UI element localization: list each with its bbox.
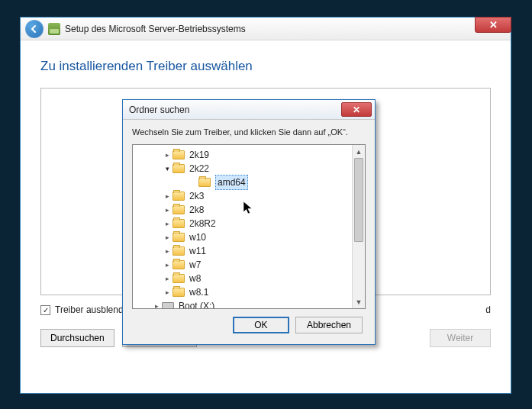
folder-icon	[172, 219, 185, 228]
cancel-button[interactable]: Abbrechen	[295, 317, 363, 333]
chevron-right-icon[interactable]: ▸	[162, 217, 172, 230]
folder-icon	[172, 233, 185, 242]
trailing-text: d	[485, 304, 491, 315]
tree-item-label: 2k8	[189, 203, 204, 217]
window-title: Setup des Microsoft Server-Betriebssyste…	[65, 24, 246, 34]
folder-icon	[172, 288, 185, 297]
tree-item-label: w8.1	[189, 285, 208, 299]
folder-icon	[172, 274, 185, 283]
chevron-down-icon[interactable]: ▾	[162, 162, 172, 176]
dialog-instruction: Wechseln Sie zum Treiber, und klicken Si…	[132, 127, 366, 137]
app-icon	[48, 23, 60, 35]
chevron-right-icon[interactable]: ▸	[162, 203, 172, 217]
chevron-right-icon[interactable]: ▸	[162, 258, 172, 272]
next-button[interactable]: Weiter	[430, 329, 491, 347]
tree-item[interactable]: ▸2k8R2	[134, 217, 363, 230]
page-heading: Zu installierenden Treiber auswählen	[40, 59, 491, 74]
tree-item[interactable]: amd64	[134, 176, 363, 189]
dialog-close-button[interactable]: ✕	[341, 102, 372, 117]
tree-item[interactable]: ▸Boot (X:)	[134, 299, 363, 309]
tree-item-label: Boot (X:)	[179, 299, 214, 309]
chevron-right-icon[interactable]: ▸	[162, 189, 172, 203]
folder-tree[interactable]: ▸2k19▾2k22amd64▸2k3▸2k8▸2k8R2▸w10▸w11▸w7…	[132, 144, 366, 309]
close-button[interactable]: ✕	[475, 17, 511, 33]
dialog-title: Ordner suchen	[129, 105, 189, 115]
tree-item[interactable]: ▸2k3	[134, 189, 363, 203]
tree-item[interactable]: ▸w8	[134, 272, 363, 285]
scrollbar[interactable]: ▲ ▼	[352, 145, 365, 308]
tree-item[interactable]: ▸w7	[134, 258, 363, 272]
chevron-right-icon[interactable]: ▸	[162, 244, 172, 258]
browse-button[interactable]: Durchsuchen	[40, 329, 114, 347]
chevron-right-icon[interactable]: ▸	[162, 148, 172, 162]
chevron-right-icon[interactable]: ▸	[162, 272, 172, 285]
window-titlebar: Setup des Microsoft Server-Betriebssyste…	[21, 18, 511, 40]
chevron-right-icon[interactable]: ▸	[162, 230, 172, 244]
hide-drivers-label: Treiber ausblend	[55, 304, 124, 315]
folder-icon	[172, 164, 185, 173]
tree-item-label: w7	[189, 258, 201, 272]
back-button[interactable]	[25, 20, 44, 38]
folder-icon	[172, 150, 185, 159]
tree-item-label: amd64	[215, 175, 248, 190]
tree-item[interactable]: ▸2k19	[134, 148, 363, 162]
hide-drivers-checkbox[interactable]: ✓	[40, 305, 50, 315]
dialog-titlebar: Ordner suchen ✕	[123, 100, 375, 120]
tree-item-label: w8	[189, 272, 201, 285]
ok-button[interactable]: OK	[233, 317, 289, 333]
tree-item[interactable]: ▸w8.1	[134, 285, 363, 299]
chevron-right-icon[interactable]: ▸	[162, 285, 172, 299]
folder-icon	[172, 260, 185, 269]
scroll-thumb[interactable]	[354, 158, 363, 242]
tree-item-label: 2k22	[189, 162, 209, 176]
folder-icon	[172, 205, 185, 214]
tree-item-label: 2k3	[189, 189, 204, 203]
tree-item-label: w10	[189, 230, 206, 244]
folder-icon	[172, 192, 185, 201]
drive-icon	[162, 302, 174, 310]
folder-icon	[198, 178, 211, 187]
tree-item[interactable]: ▾2k22	[134, 162, 363, 176]
chevron-right-icon[interactable]: ▸	[151, 299, 162, 309]
scroll-track[interactable]	[353, 158, 365, 295]
tree-item-label: 2k8R2	[189, 217, 216, 230]
folder-icon	[172, 246, 185, 256]
scroll-up-button[interactable]: ▲	[353, 145, 365, 158]
tree-item-label: 2k19	[189, 148, 209, 162]
browse-folder-dialog: Ordner suchen ✕ Wechseln Sie zum Treiber…	[122, 99, 376, 345]
tree-item-label: w11	[189, 244, 206, 258]
tree-item[interactable]: ▸w10	[134, 230, 363, 244]
scroll-down-button[interactable]: ▼	[353, 295, 365, 308]
tree-item[interactable]: ▸w11	[134, 244, 363, 258]
tree-item[interactable]: ▸2k8	[134, 203, 363, 217]
